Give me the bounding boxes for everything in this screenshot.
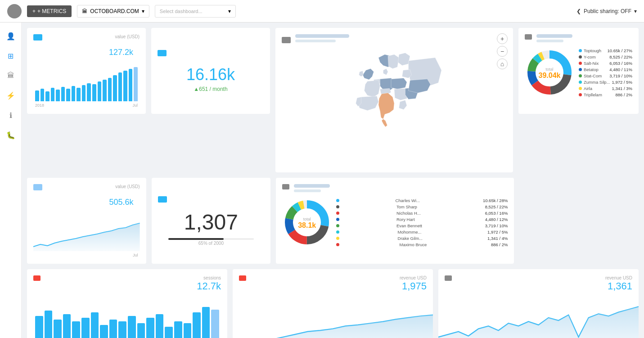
top-companies-header [525, 34, 632, 46]
sidebar: 👤 ⊞ 🏛 ⚡ ℹ 🐛 [0, 23, 22, 338]
sidebar-item-integrations[interactable]: ⚡ [3, 87, 19, 104]
top-companies-subtitle [536, 40, 563, 42]
finland-shape [398, 53, 410, 66]
legend-value: 1,341 / 3% [612, 86, 632, 91]
ireland-shape [359, 71, 364, 77]
bar-item [77, 88, 81, 101]
map-icon [282, 37, 291, 43]
add-metrics-button[interactable]: + + METRICS [27, 5, 72, 17]
legend-name: Stat-Com [584, 73, 608, 78]
mrr-card: 16.16k ▲651 / month [151, 28, 270, 114]
revenue-big-value: 127.2k [33, 48, 140, 57]
ukraine-shape [408, 79, 430, 93]
legend-name: Toptough [584, 48, 606, 53]
sidebar-item-profile[interactable]: 👤 [3, 28, 19, 44]
pipeline-line-chart [33, 211, 140, 251]
traffic-bar-chart [33, 301, 221, 338]
bar-item [109, 320, 117, 338]
bar-item [211, 310, 219, 338]
top-sellers-subtitle [294, 189, 321, 192]
sweden-shape [388, 54, 399, 69]
sidebar-item-debug[interactable]: 🐛 [3, 127, 19, 143]
bar-item [174, 321, 182, 338]
denmark-shape [383, 69, 388, 75]
legend-name: Zumma Silp... [584, 80, 610, 85]
legend-name: Airla [584, 86, 610, 91]
bar-item [128, 316, 136, 338]
zoom-in-button[interactable]: + [497, 33, 508, 44]
home-button[interactable]: ⌂ [497, 59, 508, 69]
top-sellers-title [294, 184, 330, 188]
legend-value: 886 / 2% [616, 92, 633, 97]
revenue2-icon [445, 275, 452, 281]
pipeline-icon [33, 184, 42, 190]
leads-area-chart [233, 298, 433, 338]
user-avatar [7, 4, 22, 18]
legend-dot [336, 218, 339, 221]
bar-item [72, 321, 80, 338]
company-dropdown[interactable]: 🏛 OCTOBOARD.COM ▾ [77, 5, 149, 18]
top-companies-title [536, 34, 572, 38]
plus-icon: + [32, 8, 36, 14]
traffic-header [33, 275, 221, 287]
bar-item [35, 90, 39, 101]
map-controls: + − ⌂ [497, 33, 508, 69]
companies-donut-label: total 39.04k [539, 67, 561, 80]
bar-item [146, 318, 154, 338]
bar-item [118, 72, 122, 101]
public-sharing-toggle[interactable]: ❮ Public sharing: OFF ▾ [576, 8, 637, 14]
legend-value: 1,341 / 4% [487, 236, 508, 241]
legend-name: Drake Gilm... [398, 236, 429, 241]
subscribers-icon [158, 196, 167, 203]
sidebar-item-reports[interactable]: 🏛 [3, 68, 19, 84]
sidebar-item-info[interactable]: ℹ [3, 107, 19, 123]
legend-dot [579, 68, 582, 71]
legend-name: Tripllelam [584, 92, 614, 97]
top-companies-card: total 39.04k Toptough 10.65k / 27% Y-com… [518, 28, 639, 114]
legend-item: Rory Hart 4,480 / 12% [336, 217, 508, 222]
legend-dot [336, 237, 339, 240]
legend-name: Betatop [584, 67, 608, 72]
legend-item: Mohomme... 1,972 / 5% [336, 230, 508, 234]
mrr-sub-value: ▲651 / month [194, 86, 227, 92]
pipeline-footer: Jul [33, 253, 140, 257]
zoom-out-button[interactable]: − [497, 46, 508, 57]
leads-revenue-value: 1,975 [400, 280, 427, 292]
dashboard-dropdown[interactable]: Select dashboard... ▾ [155, 5, 236, 18]
revenue2-revenue-value: 1,361 [605, 280, 632, 292]
legend-value: 3,719 / 10% [485, 223, 508, 228]
progress-bar-fill [168, 238, 224, 240]
bar-item [41, 89, 45, 101]
legend-item: Tripllelam 886 / 2% [579, 92, 632, 97]
legend-value: 3,719 / 10% [609, 73, 632, 78]
revenue2-area-chart [438, 298, 639, 338]
chevron-down-icon-2: ▾ [228, 8, 231, 14]
building-icon: 🏛 [82, 8, 87, 14]
revenue2-revenue-label: revenue USD [605, 275, 632, 280]
bar-item [103, 80, 107, 101]
pipeline-value-label: value (USD) [115, 184, 140, 189]
main-content: value (USD) 127.2k 2018 Jul 16.16k [22, 23, 644, 338]
bar-item [184, 323, 192, 338]
chevron-down-icon-3: ▾ [634, 8, 637, 14]
revenue-value-label: value (USD) [115, 34, 140, 39]
bar-item [35, 316, 43, 338]
map-card: + − ⌂ [275, 28, 513, 172]
revenue-bar-chart [33, 61, 140, 101]
sellers-legend: Charles Wi... 10.65k / 28% Tom Sharp 8,5… [336, 198, 508, 248]
legend-value: 8,525 / 22% [609, 54, 632, 59]
bar-item [45, 91, 50, 101]
sidebar-item-dashboard[interactable]: ⊞ [3, 48, 19, 64]
legend-item: Y-com 8,525 / 22% [579, 54, 632, 59]
mrr-big-value: 16.16k [186, 65, 235, 84]
bar-item [202, 307, 210, 338]
subscribers-header [158, 196, 265, 208]
companies-legend: Toptough 10.65k / 27% Y-com 8,525 / 22% … [579, 48, 632, 99]
companies-icon [525, 34, 532, 40]
legend-dot [579, 87, 582, 90]
europe-map [275, 45, 513, 171]
greece-shape [399, 100, 407, 110]
top-sellers-card: total 38.1k Charles Wi... 10.65k / 28% T… [276, 178, 514, 264]
legend-name: Mohomme... [398, 230, 429, 234]
bar-item [72, 86, 76, 101]
